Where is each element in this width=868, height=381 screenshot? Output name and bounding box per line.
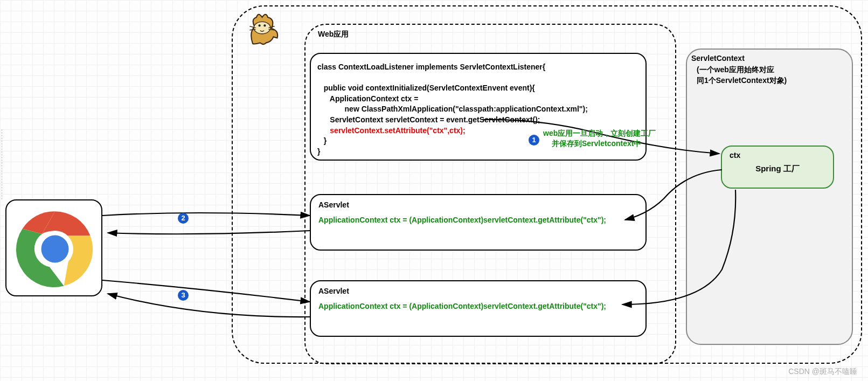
servletcontext-title: ServletContext bbox=[691, 54, 745, 63]
ctx-spring-box: ctx Spring 工厂 bbox=[721, 146, 834, 189]
svg-point-9 bbox=[41, 235, 69, 263]
startup-note: web应用一旦启动，立刻创建工厂 并保存到Servletcontext中 bbox=[543, 128, 656, 149]
step-3-badge: 3 bbox=[178, 290, 189, 301]
servlet-a-box: AServlet ApplicationContext ctx = (Appli… bbox=[310, 194, 647, 251]
sc-sub-l2: 同1个ServletContext对象) bbox=[697, 76, 787, 85]
chrome-browser-icon bbox=[5, 199, 102, 296]
note-line-2: 并保存到Servletcontext中 bbox=[552, 138, 656, 149]
ruler-guide bbox=[2, 129, 2, 199]
code-line: ApplicationContext ctx = bbox=[317, 94, 639, 105]
webapp-label: Web应用 bbox=[318, 30, 349, 39]
sc-sub-l1: (一个web应用始终对应 bbox=[697, 65, 774, 74]
code-line: new ClassPathXmlApplication("classpath:a… bbox=[317, 104, 639, 115]
step-2-badge: 2 bbox=[178, 213, 189, 224]
servlet-b-title: AServlet bbox=[318, 287, 638, 295]
spring-factory-label: Spring 工厂 bbox=[730, 164, 825, 174]
servlet-b-box: AServlet ApplicationContext ctx = (Appli… bbox=[310, 280, 647, 337]
code-line: ServletContext servletContext = event.ge… bbox=[317, 115, 639, 126]
servletcontext-box bbox=[686, 49, 853, 345]
watermark: CSDN @斑马不嗑睡 bbox=[788, 367, 857, 377]
svg-point-2 bbox=[263, 24, 266, 26]
svg-point-0 bbox=[254, 22, 270, 33]
code-blank bbox=[317, 73, 639, 84]
step-1-badge: 1 bbox=[529, 135, 539, 146]
code-line: class ContextLoadListener implements Ser… bbox=[317, 62, 639, 73]
tomcat-logo bbox=[242, 10, 286, 47]
servlet-a-code: ApplicationContext ctx = (ApplicationCon… bbox=[318, 216, 638, 224]
servletcontext-subtitle: (一个web应用始终对应 同1个ServletContext对象) bbox=[697, 65, 787, 86]
code-line: public void contextInitialized(ServletCo… bbox=[317, 83, 639, 94]
note-line-1: web应用一旦启动，立刻创建工厂 bbox=[543, 128, 656, 138]
servlet-a-title: AServlet bbox=[318, 200, 638, 209]
svg-point-1 bbox=[259, 24, 261, 26]
servlet-b-code: ApplicationContext ctx = (ApplicationCon… bbox=[318, 302, 638, 310]
ctx-label: ctx bbox=[730, 151, 825, 160]
